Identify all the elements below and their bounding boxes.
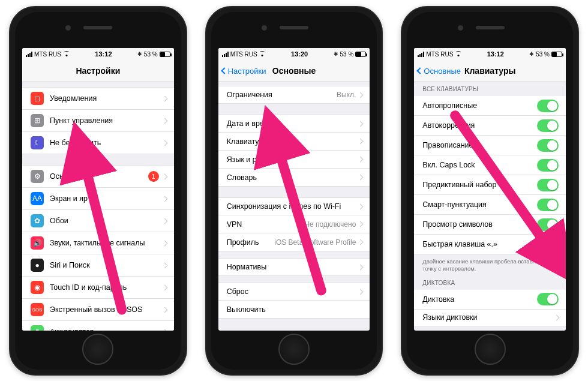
speaker [280,26,308,29]
navbar: Настройки [22,60,174,82]
back-button[interactable]: Настройки [222,60,266,82]
home-button[interactable] [82,334,113,365]
row-label: Аккумулятор [50,328,163,331]
kbd-row-predictive[interactable]: Предиктивный набор [414,175,566,195]
home-button[interactable] [278,334,310,365]
row-label: Не беспокоить [50,139,163,147]
battery-icon: ▮ [31,325,44,331]
kbd-row-dictation-langs[interactable]: Языки диктовки [414,310,566,326]
kbd-row-smart-punct[interactable]: Смарт-пунктуация [414,195,566,215]
settings-row-display[interactable]: AAЭкран и яр [22,188,174,210]
row-label: Автокоррекция [422,121,537,130]
row-label: Уведомления [50,94,163,103]
sounds-icon: 🔊 [31,236,44,250]
notifications-icon: ◻︎ [31,92,44,105]
general-row-shutdown[interactable]: Выключить [218,301,370,319]
touchid-icon: ◉ [31,281,44,294]
chevron-right-icon [358,221,364,227]
row-label: Языки диктовки [422,313,554,322]
status-bar: MTS RUS 13:12 ✱ 53 % [22,48,174,60]
signal-icon [26,52,32,57]
toggle[interactable] [537,238,559,251]
chevron-right-icon [161,329,167,331]
battery-icon [355,52,366,57]
chevron-right-icon [161,262,167,268]
toggle[interactable] [537,139,559,152]
toggle[interactable] [537,119,559,132]
general-row-regulatory[interactable]: Нормативы [218,258,370,276]
general-row-language[interactable]: Язык и реги [218,151,370,169]
row-label: Словарь [227,173,359,182]
settings-row-touchid[interactable]: ◉Touch ID и код-пароль [22,277,174,299]
settings-row-dnd[interactable]: ☾Не беспокоить [22,132,174,154]
kbd-row-auto-correct[interactable]: Автокоррекция [414,116,566,136]
kbd-row-dictation[interactable]: Диктовка [414,290,566,310]
screen-3: MTS RUS 13:12 ✱ 53 % Основные Клавиатуры… [414,48,566,331]
toggle[interactable] [537,159,559,172]
carrier: MTS RUS [426,51,453,58]
settings-row-sounds[interactable]: 🔊Звуки, тактильные сигналы [22,232,174,254]
status-time: 13:12 [487,50,504,58]
status-time: 13:12 [95,50,112,58]
chevron-left-icon [417,67,424,74]
general-row-restrictions[interactable]: ОграниченияВыкл. [218,86,370,104]
chevron-right-icon [358,175,364,181]
settings-row-control-center[interactable]: ⊞Пункт управления [22,110,174,132]
general-row-profile[interactable]: ПрофильiOS Beta Software Profile [218,233,370,251]
row-label: Профиль [227,238,275,247]
row-value: iOS Beta Software Profile [274,238,356,247]
battery-text: 53 % [536,51,550,58]
row-label: Смарт-пунктуация [422,200,537,209]
kbd-row-auto-caps[interactable]: Автопрописные [414,96,566,116]
row-label: Touch ID и код-пароль [50,283,163,292]
row-value: Выкл. [337,91,356,99]
kbd-row-spell-check[interactable]: Правописание [414,136,566,155]
settings-row-battery[interactable]: ▮Аккумулятор [22,321,174,331]
row-label: Основные [50,172,148,181]
settings-row-sos[interactable]: SOSЭкстренный вызов — SOS [22,299,174,321]
privacy-link[interactable]: О Диктовке и конфиденциальности… [414,326,566,331]
chevron-right-icon [161,118,167,124]
carrier: MTS RUS [34,51,61,58]
general-row-vpn[interactable]: VPNНе подключено [218,215,370,233]
chevron-right-icon [358,139,364,145]
settings-row-notifications[interactable]: ◻︎Уведомления [22,87,174,110]
wifi-icon [63,52,70,56]
settings-list[interactable]: ◻︎Уведомления⊞Пункт управления☾Не беспок… [22,76,174,331]
settings-row-wallpaper[interactable]: ✿Обои [22,210,174,232]
battery-icon [551,52,562,57]
general-row-date-time[interactable]: Дата и время [218,115,370,133]
navbar: Основные Клавиатуры [414,60,566,82]
kbd-row-caps-lock[interactable]: Вкл. Caps Lock [414,155,566,175]
speaker [83,26,112,29]
bluetooth-icon: ✱ [334,51,338,57]
settings-row-siri[interactable]: ●Siri и Поиск [22,254,174,277]
chevron-right-icon [161,284,167,290]
display-icon: AA [31,192,44,205]
settings-row-general[interactable]: ⚙Основные1 [22,165,174,188]
toggle[interactable] [537,293,559,305]
screen-2: MTS RUS 13:20 ✱ 53 % Настройки Основные … [218,48,370,331]
row-label: Просмотр символов [422,220,537,229]
row-label: Обои [50,217,163,225]
chevron-left-icon [221,67,227,74]
kbd-row-preview-chars[interactable]: Просмотр символов [414,215,566,235]
toggle[interactable] [537,199,559,211]
general-list[interactable]: ОграниченияВыкл.Дата и времяКлавиатураЯз… [218,75,370,331]
row-label: Пункт управления [50,116,163,125]
general-row-dictionary[interactable]: Словарь [218,169,370,187]
home-button[interactable] [475,334,506,365]
kbd-row-shortcut[interactable]: Быстрая клавиша «.» [414,235,566,254]
toggle[interactable] [537,218,559,231]
general-row-itunes-wifi[interactable]: Синхронизация с iTunes по Wi-Fi [218,197,370,215]
general-row-keyboard[interactable]: Клавиатура [218,133,370,151]
signal-icon [418,52,424,57]
row-label: Клавиатура [227,137,359,146]
keyboards-list[interactable]: ВСЕ КЛАВИАТУРЫАвтопрописныеАвтокоррекция… [414,82,566,331]
status-time: 13:20 [291,50,308,58]
toggle[interactable] [537,179,559,191]
section-header: ВСЕ КЛАВИАТУРЫ [414,86,566,96]
toggle[interactable] [537,100,559,112]
back-button[interactable]: Основные [418,60,461,82]
general-row-reset[interactable]: Сброс [218,283,370,301]
